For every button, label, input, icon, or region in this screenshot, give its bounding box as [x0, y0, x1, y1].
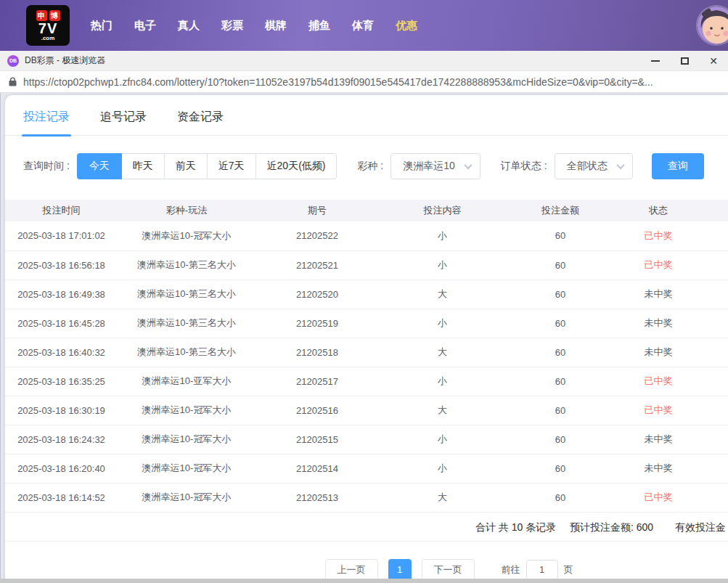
cell-game-play: 澳洲幸运10-第三名大小: [118, 280, 255, 309]
cell-bet-amount: 60: [506, 396, 615, 425]
page-number-current[interactable]: 1: [388, 559, 412, 581]
site-nav: 申 博 7V .com 热门电子真人彩票棋牌捕鱼体育优惠: [0, 0, 728, 51]
table-row: 2025-03-18 16:20:40澳洲幸运10-冠军大小21202514小6…: [5, 454, 728, 483]
table-row: 2025-03-18 16:49:38澳洲幸运10-第三名大小21202520大…: [5, 280, 728, 309]
cell-status: 未中奖: [615, 425, 728, 454]
order-status-select[interactable]: 全部状态: [555, 153, 633, 179]
time-option-前天[interactable]: 前天: [164, 154, 207, 179]
nav-item-棋牌[interactable]: 棋牌: [254, 19, 298, 33]
header-cell-彩种-玩法: 彩种-玩法: [118, 200, 255, 221]
url-text: https://ctop02pchwp1.zfnc84.com/lottery/…: [23, 76, 653, 88]
cell-bet-time: 2025-03-18 16:14:52: [5, 483, 118, 512]
cell-bet-time: 2025-03-18 16:40:32: [5, 338, 118, 367]
cell-issue-number: 21202517: [255, 367, 379, 396]
tab-资金记录[interactable]: 资金记录: [177, 110, 224, 135]
time-option-昨天[interactable]: 昨天: [122, 154, 164, 179]
logo-badge-right: 博: [49, 10, 60, 21]
cell-status: 已中奖: [615, 396, 728, 425]
browser-titlebar: DB DB彩票 - 极速浏览器 ✕: [0, 51, 728, 71]
time-range-group: 今天昨天前天近7天近20天(低频): [77, 153, 338, 179]
header-cell-投注内容: 投注内容: [379, 200, 506, 221]
cell-game-play: 澳洲幸运10-亚军大小: [118, 367, 255, 396]
nav-item-热门[interactable]: 热门: [80, 19, 123, 33]
maximize-button[interactable]: [670, 51, 699, 71]
window-bottom-edge: [0, 579, 728, 583]
cell-status: 未中奖: [615, 309, 728, 338]
nav-item-体育[interactable]: 体育: [341, 19, 385, 33]
cell-issue-number: 21202522: [255, 221, 379, 250]
cell-bet-content: 小: [379, 309, 506, 338]
cell-bet-time: 2025-03-18 16:35:25: [5, 367, 118, 396]
cell-game-play: 澳洲幸运10-冠军大小: [118, 454, 255, 483]
header-cell-投注时间: 投注时间: [5, 200, 118, 221]
lottery-select[interactable]: 澳洲幸运10: [390, 153, 480, 179]
time-option-今天[interactable]: 今天: [77, 153, 122, 179]
cell-game-play: 澳洲幸运10-第三名大小: [118, 250, 255, 280]
cell-bet-amount: 60: [506, 280, 615, 309]
cell-game-play: 澳洲幸运10-冠军大小: [118, 483, 255, 512]
cell-bet-time: 2025-03-18 16:49:38: [5, 280, 118, 309]
minimize-button[interactable]: [641, 51, 670, 71]
cell-status: 已中奖: [615, 250, 728, 280]
logo-suffix-text: .com: [41, 36, 55, 41]
cell-bet-amount: 60: [506, 425, 615, 454]
maximize-icon: [681, 57, 689, 65]
record-tabs: 投注记录追号记录资金记录: [5, 95, 728, 136]
table-row: 2025-03-18 16:40:32澳洲幸运10-第三名大小21202518大…: [5, 338, 728, 367]
nav-item-电子[interactable]: 电子: [123, 19, 167, 33]
close-button[interactable]: ✕: [699, 51, 728, 71]
cell-bet-amount: 60: [506, 454, 615, 483]
cell-bet-amount: 60: [506, 250, 615, 280]
cell-bet-content: 小: [379, 250, 506, 280]
cell-bet-time: 2025-03-18 16:56:18: [5, 250, 118, 280]
cell-issue-number: 21202521: [255, 250, 379, 280]
time-option-近20天(低频)[interactable]: 近20天(低频): [255, 154, 337, 179]
cell-bet-content: 大: [379, 280, 506, 309]
pagination: 上一页 1 下一页 前往 页: [85, 559, 728, 581]
site-logo[interactable]: 申 博 7V .com: [26, 5, 70, 46]
lottery-select-value: 澳洲幸运10: [403, 160, 455, 173]
table-row: 2025-03-18 16:35:25澳洲幸运10-亚军大小21202517小6…: [5, 367, 728, 396]
header-cell-期号: 期号: [255, 200, 379, 221]
cell-bet-time: 2025-03-18 16:45:28: [5, 309, 118, 338]
cell-issue-number: 21202513: [255, 483, 379, 512]
next-page-button[interactable]: 下一页: [422, 559, 475, 581]
nav-item-真人[interactable]: 真人: [167, 19, 210, 33]
cell-issue-number: 21202515: [255, 425, 379, 454]
cell-bet-time: 2025-03-18 16:30:19: [5, 396, 118, 425]
cell-bet-content: 小: [379, 425, 506, 454]
table-row: 2025-03-18 16:56:18澳洲幸运10-第三名大小21202521小…: [5, 250, 728, 280]
goto-label: 前往: [502, 563, 520, 576]
bet-table-wrap: 投注时间彩种-玩法期号投注内容投注金额状态 2025-03-18 17:01:0…: [5, 200, 728, 513]
user-avatar[interactable]: [698, 7, 728, 44]
table-row: 2025-03-18 16:24:32澳洲幸运10-冠军大小21202515小6…: [5, 425, 728, 454]
table-row: 2025-03-18 16:45:28澳洲幸运10-第三名大小21202519小…: [5, 309, 728, 338]
summary-valid-amount: 有效投注金: [675, 513, 726, 542]
cell-bet-time: 2025-03-18 16:20:40: [5, 454, 118, 483]
site-nav-items: 热门电子真人彩票棋牌捕鱼体育优惠: [80, 19, 428, 33]
url-bar[interactable]: https://ctop02pchwp1.zfnc84.com/lottery/…: [0, 71, 728, 93]
nav-item-优惠[interactable]: 优惠: [385, 19, 428, 33]
cell-status: 未中奖: [615, 454, 728, 483]
nav-item-彩票[interactable]: 彩票: [210, 19, 254, 33]
cell-issue-number: 21202520: [255, 280, 379, 309]
cell-issue-number: 21202514: [255, 454, 379, 483]
tab-追号记录[interactable]: 追号记录: [100, 110, 147, 135]
cell-game-play: 澳洲幸运10-冠军大小: [118, 396, 255, 425]
cell-bet-amount: 60: [506, 483, 615, 512]
cell-bet-content: 小: [379, 367, 506, 396]
cell-game-play: 澳洲幸运10-第三名大小: [118, 338, 255, 367]
logo-main-text: 7V: [38, 21, 57, 36]
search-button[interactable]: 查询: [652, 153, 704, 179]
cell-issue-number: 21202518: [255, 338, 379, 367]
nav-item-捕鱼[interactable]: 捕鱼: [298, 19, 341, 33]
tab-投注记录[interactable]: 投注记录: [23, 110, 70, 135]
goto-page-input[interactable]: [526, 560, 558, 580]
time-option-近7天[interactable]: 近7天: [207, 154, 255, 179]
prev-page-button[interactable]: 上一页: [325, 559, 378, 581]
table-header-row: 投注时间彩种-玩法期号投注内容投注金额状态: [5, 200, 728, 221]
summary-row: 合计 共 10 条记录 预计投注金额: 600 有效投注金: [5, 513, 728, 542]
db-favicon-icon: DB: [7, 55, 19, 67]
lottery-filter-label: 彩种 :: [357, 160, 383, 173]
cell-game-play: 澳洲幸运10-第三名大小: [118, 309, 255, 338]
